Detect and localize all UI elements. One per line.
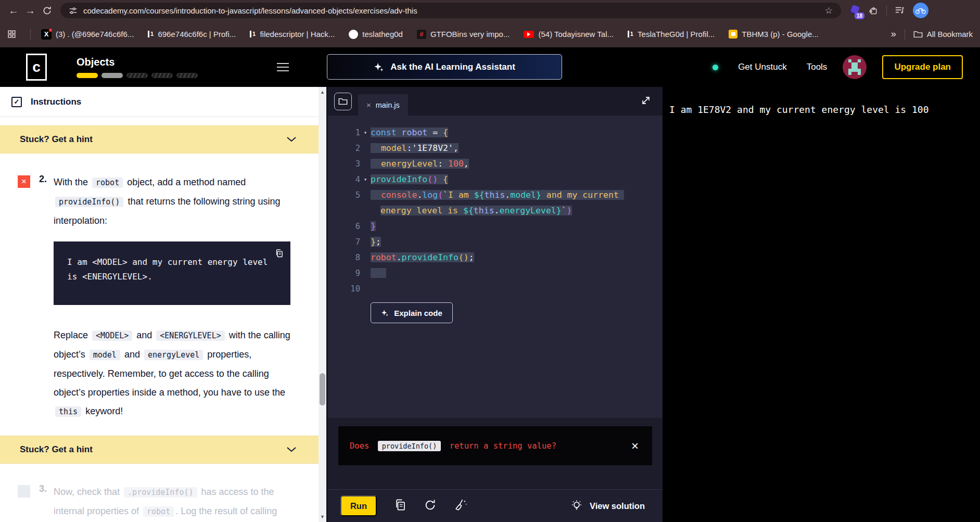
site-info-icon[interactable] <box>69 6 78 15</box>
task-3-text: Now, check that .provideInfo() has acces… <box>54 482 292 522</box>
scroll-up-icon[interactable]: ▲ <box>319 90 326 95</box>
codecademy-logo[interactable]: c <box>26 54 47 81</box>
divider <box>905 29 905 40</box>
console-output: I am 1E78V2 and my current energy level … <box>669 104 980 115</box>
file-tree-button[interactable] <box>334 93 352 110</box>
app-header: c Objects Ask the AI Learning Assistant … <box>0 47 980 87</box>
bookmark-item[interactable]: 1 filedescriptor | Hack... <box>250 30 335 39</box>
tools-link[interactable]: Tools <box>807 62 828 72</box>
address-bar[interactable]: codecademy.com/courses/introduction-to-j… <box>60 3 841 18</box>
bookmarks-overflow-button[interactable]: » <box>891 29 896 40</box>
scrollbar[interactable]: ▲ ▼ <box>319 87 326 522</box>
code-line[interactable]: 8robot.provideInfo(); <box>336 250 650 265</box>
status-dot <box>712 65 718 70</box>
gtfobins-icon: # <box>417 30 426 39</box>
apps-grid-icon <box>7 30 16 39</box>
bookmark-item[interactable]: X (3) . (@696e746c6f6... <box>41 29 134 40</box>
run-button[interactable]: Run <box>340 495 377 516</box>
explain-code-button[interactable]: Explain code <box>371 302 453 323</box>
task-2-detail: Replace <MODEL> and <ENERGYLEVEL> with t… <box>54 326 292 421</box>
scrollbar-thumb[interactable] <box>320 373 325 405</box>
bookmark-star-icon[interactable]: ☆ <box>825 5 833 16</box>
code-line[interactable]: 6} <box>336 219 650 234</box>
bookmarks-bar: X (3) . (@696e746c6f6... 1 696e746c6f6c … <box>0 21 980 47</box>
copy-icon[interactable] <box>275 248 284 263</box>
code-line[interactable]: 1▾const robot = { <box>336 125 650 141</box>
code-line[interactable]: 5 console.log(`I am ${this.model} and my… <box>336 187 650 219</box>
chevron-down-icon <box>287 447 296 452</box>
editor-hint-box: Does provideInfo() return a string value… <box>338 426 652 465</box>
tab-main-js[interactable]: × main.js <box>358 94 408 116</box>
bookmark-item[interactable]: 1 TeslaTheG0d | Profil... <box>628 30 715 39</box>
bicycle-icon <box>915 7 926 14</box>
user-avatar[interactable] <box>843 55 867 79</box>
divider <box>30 29 31 40</box>
hint-accordion[interactable]: Stuck? Get a hint <box>0 125 319 154</box>
refresh-button[interactable] <box>39 3 55 18</box>
progress-pill <box>126 73 148 78</box>
code-line[interactable]: 7}; <box>336 234 650 250</box>
url-text[interactable]: codecademy.com/courses/introduction-to-j… <box>83 6 417 15</box>
google-doc-icon <box>729 30 737 39</box>
extensions-puzzle-icon[interactable] <box>869 6 879 16</box>
console-panel: I am 1E78V2 and my current energy level … <box>663 87 980 522</box>
bookmark-item[interactable]: teslatheg0d <box>349 30 403 39</box>
task-item-3: 3. Now, check that .provideInfo() has ac… <box>0 482 326 522</box>
bookmark-item[interactable]: TBHM3 (p) - Google... <box>729 30 819 39</box>
fold-icon[interactable]: ▾ <box>360 125 371 141</box>
broom-icon <box>454 498 468 512</box>
code-line[interactable]: 10 <box>336 281 650 297</box>
bookmark-item[interactable]: (54) Todayisnew Tal... <box>524 30 614 39</box>
instructions-panel: ✓ Instructions Stuck? Get a hint × 2. Wi… <box>0 87 328 522</box>
expected-output-block: I am <MODEL> and my current energy level… <box>54 241 290 305</box>
lightbulb-icon <box>570 499 583 513</box>
x-twitter-icon: X <box>41 29 52 40</box>
progress-pill <box>176 73 198 78</box>
hackerone-icon: 1 <box>250 31 256 37</box>
refresh-icon <box>42 6 52 16</box>
chevron-down-icon <box>287 137 296 142</box>
extension-button[interactable]: 18 <box>850 5 861 16</box>
copy-code-button[interactable] <box>394 499 406 514</box>
bookmark-item[interactable]: # GTFOBins very impo... <box>417 30 510 39</box>
task-item-2: × 2. With the robot object, add a method… <box>0 173 326 421</box>
get-unstuck-link[interactable]: Get Unstuck <box>738 62 787 72</box>
code-editor-panel: × main.js 1▾const robot = { 2 model:'1E7… <box>328 87 663 522</box>
task-failed-icon: × <box>18 175 30 188</box>
fold-icon[interactable]: ▾ <box>360 172 371 187</box>
browser-profile-avatar[interactable] <box>913 3 928 18</box>
code-line[interactable]: 9 <box>336 265 650 281</box>
code-area[interactable]: 1▾const robot = { 2 model:'1E78V2', 3 en… <box>328 116 663 418</box>
back-button[interactable]: ← <box>5 3 22 18</box>
divider <box>886 5 887 16</box>
instructions-title: Instructions <box>31 97 81 107</box>
clean-code-button[interactable] <box>454 498 468 514</box>
progress-pill <box>151 73 173 78</box>
folder-icon <box>913 30 923 39</box>
expand-icon <box>641 95 651 106</box>
close-tab-icon[interactable]: × <box>366 100 371 109</box>
github-icon <box>349 30 358 39</box>
ai-assistant-button[interactable]: Ask the AI Learning Assistant <box>327 54 562 80</box>
upgrade-plan-button[interactable]: Upgrade plan <box>882 55 963 79</box>
bookmark-item[interactable]: 1 696e746c6f6c | Profi... <box>148 30 236 39</box>
reset-icon <box>424 499 437 512</box>
hint-accordion[interactable]: Stuck? Get a hint <box>0 436 319 464</box>
scroll-down-icon[interactable]: ▼ <box>319 514 326 519</box>
youtube-icon <box>524 31 534 38</box>
robot-avatar-icon <box>848 59 851 62</box>
reading-list-icon[interactable] <box>895 6 905 15</box>
code-line[interactable]: 4▾provideInfo() { <box>336 172 650 187</box>
code-line[interactable]: 2 model:'1E78V2', <box>336 141 650 156</box>
menu-button[interactable] <box>277 63 289 71</box>
view-solution-button[interactable]: View solution <box>570 499 645 513</box>
task-pending-checkbox <box>18 485 30 498</box>
code-line[interactable]: 3 energyLevel: 100, <box>336 156 650 172</box>
apps-grid-button[interactable] <box>7 30 16 39</box>
close-icon[interactable]: × <box>631 439 639 453</box>
expand-editor-button[interactable] <box>641 95 651 108</box>
lesson-progress <box>77 73 198 78</box>
forward-button[interactable]: → <box>22 3 39 18</box>
reset-code-button[interactable] <box>424 499 437 514</box>
all-bookmarks-button[interactable]: All Bookmark <box>913 30 973 39</box>
